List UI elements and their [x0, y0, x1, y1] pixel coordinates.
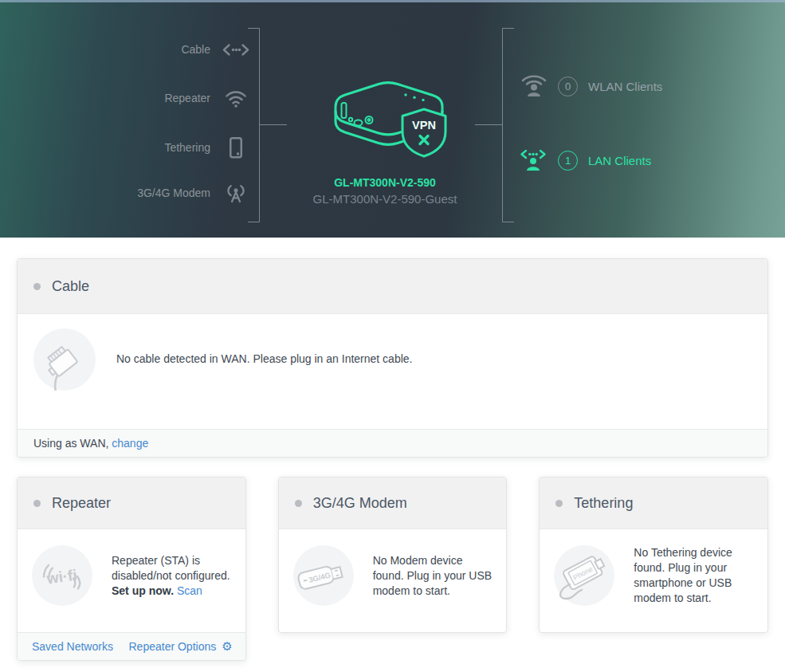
status-dot — [555, 500, 563, 507]
repeater-status-message: Repeater (STA) is disabled/not configure… — [112, 553, 233, 599]
wlan-clients-row[interactable]: 0 WLAN Clients — [517, 73, 662, 100]
modem-card-body: 3G/4G No Modem device found. Plug in you… — [279, 529, 507, 632]
cable-card-title: Cable — [52, 278, 89, 295]
change-wan-link[interactable]: change — [112, 437, 148, 450]
smartphone-tether-icon: Phone — [554, 545, 614, 606]
scan-link[interactable]: Scan — [177, 584, 202, 597]
cable-card: Cable No cable detected in WAN. Please p… — [17, 258, 768, 458]
usb-modem-icon: 3G/4G — [293, 545, 354, 606]
setup-now-text: Set up now. — [112, 584, 174, 597]
wifi-logo-icon: wi·fi — [32, 545, 92, 606]
wlan-clients-icon — [517, 73, 551, 99]
menu-item-modem: 3G/4G Modem — [0, 181, 250, 205]
connection-cards-row: Repeater wi·fi Repeater (STA) is disable… — [17, 477, 768, 661]
menu-label-tethering: Tethering — [164, 141, 210, 154]
tethering-card: Tethering Phone No Tethering device foun… — [539, 477, 768, 633]
tethering-card-title: Tethering — [574, 495, 633, 512]
wlan-clients-count: 0 — [558, 77, 578, 96]
menu-label-repeater: Repeater — [164, 92, 210, 104]
repeater-options-link[interactable]: Repeater Options — [128, 640, 216, 653]
repeater-card: Repeater wi·fi Repeater (STA) is disable… — [17, 477, 246, 661]
tethering-card-body: Phone No Tethering device found. Plug in… — [540, 529, 767, 632]
cable-status-message: No cable detected in WAN. Please plug in… — [116, 352, 412, 365]
repeater-card-body: wi·fi Repeater (STA) is disabled/not con… — [18, 529, 245, 632]
menu-label-modem: 3G/4G Modem — [137, 187, 210, 199]
device-panel: VPN GL-MT300N-V2-590 GL-MT300N-V2-590-Gu… — [301, 72, 469, 206]
cable-card-footer: Using as WAN, change — [18, 429, 767, 457]
svg-text:wi·fi: wi·fi — [45, 566, 78, 587]
lan-clients-icon — [517, 147, 551, 173]
cable-card-body: No cable detected in WAN. Please plug in… — [18, 314, 767, 429]
cable-icon — [222, 44, 250, 56]
gear-icon[interactable]: ⚙ — [222, 639, 232, 654]
repeater-message-text: Repeater (STA) is disabled/not configure… — [112, 554, 230, 582]
antenna-icon — [222, 183, 250, 203]
modem-status-message: No Modem device found. Plug in your USB … — [373, 553, 494, 599]
status-dot — [295, 500, 302, 507]
menu-item-cable: Cable — [0, 37, 250, 61]
wlan-clients-label: WLAN Clients — [588, 80, 662, 93]
modem-card-header: 3G/4G Modem — [279, 477, 507, 529]
repeater-card-footer: Saved Networks Repeater Options⚙ — [18, 632, 245, 660]
phone-icon — [222, 137, 250, 159]
lan-clients-label: LAN Clients — [588, 154, 651, 167]
menu-item-repeater: Repeater — [0, 86, 250, 110]
status-dot — [33, 283, 41, 290]
vpn-badge: VPN — [402, 109, 445, 156]
repeater-card-title: Repeater — [52, 495, 111, 512]
router-illustration: VPN — [313, 72, 457, 163]
repeater-card-header: Repeater — [18, 477, 245, 529]
menu-item-tethering: Tethering — [0, 136, 250, 159]
lan-clients-count: 1 — [558, 151, 578, 171]
status-dot — [33, 500, 41, 507]
modem-card-title: 3G/4G Modem — [313, 495, 407, 512]
cable-card-header: Cable — [18, 259, 767, 314]
menu-label-cable: Cable — [181, 43, 210, 56]
vpn-badge-label: VPN — [412, 119, 436, 132]
lan-clients-row[interactable]: 1 LAN Clients — [517, 147, 651, 174]
tethering-card-header: Tethering — [540, 477, 767, 529]
modem-card: 3G/4G Modem 3G/4G No Modem device found.… — [278, 477, 508, 633]
wifi-icon — [222, 89, 250, 108]
device-name: GL-MT300N-V2-590 — [301, 176, 469, 189]
wan-usage-text: Using as WAN, — [33, 437, 108, 450]
tethering-status-message: No Tethering device found. Plug in your … — [634, 545, 755, 606]
guest-ssid: GL-MT300N-V2-590-Guest — [301, 192, 469, 206]
ethernet-plug-icon — [33, 328, 96, 391]
status-header: Cable Repeater Tethering — [0, 0, 785, 238]
saved-networks-link[interactable]: Saved Networks — [32, 640, 113, 653]
